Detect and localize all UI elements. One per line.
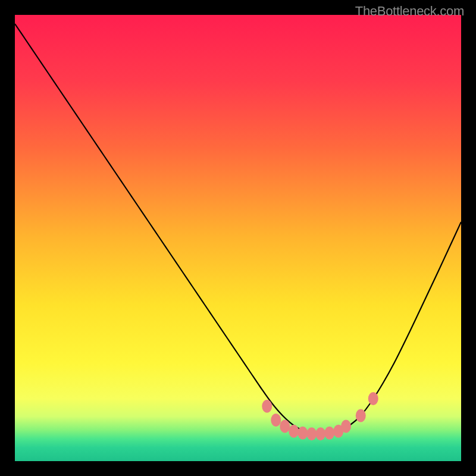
- curve-marker-point: [289, 425, 299, 438]
- curve-marker-point: [341, 420, 351, 433]
- curve-marker-point: [271, 414, 281, 427]
- curve-marker-point: [368, 392, 378, 405]
- curve-marker-point: [262, 400, 272, 413]
- watermark-text: TheBottleneck.com: [355, 4, 464, 19]
- curve-marker-point: [356, 409, 366, 422]
- curve-marker-point: [298, 427, 308, 440]
- curve-marker-point: [315, 427, 325, 440]
- plot-area: [15, 15, 461, 461]
- chart-frame: TheBottleneck.com: [0, 0, 476, 476]
- bottleneck-chart: [15, 15, 461, 461]
- curve-marker-point: [324, 427, 334, 440]
- gradient-background: [15, 15, 461, 461]
- curve-marker-point: [306, 427, 317, 440]
- curve-marker-point: [280, 420, 290, 433]
